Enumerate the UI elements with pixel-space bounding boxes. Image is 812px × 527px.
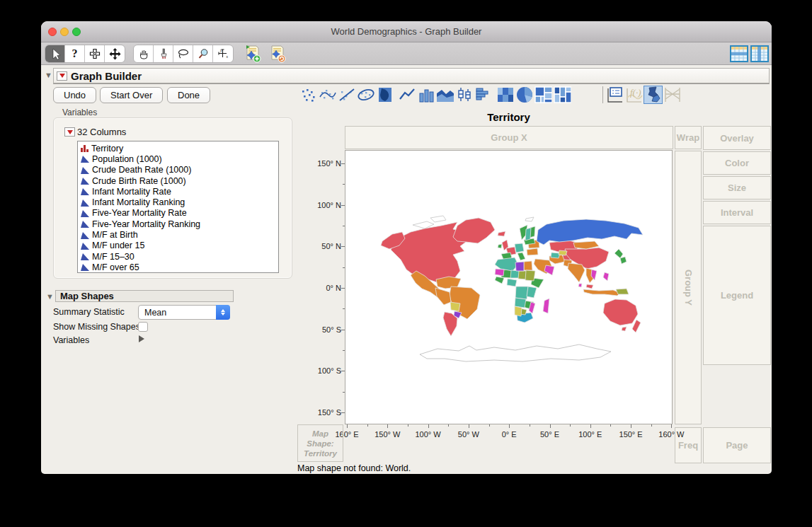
annotate-tool-group: xy: [133, 45, 234, 63]
table-rows-button[interactable]: [729, 45, 749, 63]
show-missing-shapes-label: Show Missing Shapes: [53, 322, 140, 332]
table-columns-button[interactable]: [750, 45, 770, 63]
drop-zone-interval[interactable]: Interval: [703, 201, 771, 224]
variable-item[interactable]: Population (1000): [81, 154, 278, 164]
help-tool-button[interactable]: ?: [65, 45, 85, 62]
continuous-variable-icon: [81, 177, 89, 185]
map-shapes-title: Map Shapes: [60, 291, 114, 301]
variables-disclosure-icon[interactable]: [139, 335, 144, 342]
arrow-tool-button[interactable]: [45, 45, 65, 62]
treemap-icon[interactable]: [534, 86, 553, 104]
points-icon[interactable]: [299, 86, 318, 104]
drop-zone-color[interactable]: Color: [703, 151, 771, 175]
mosaic-icon[interactable]: [553, 86, 572, 104]
variable-name: Five-Year Mortality Ranking: [92, 219, 200, 229]
variable-item[interactable]: Five-Year Mortality Rate: [81, 208, 278, 219]
done-button[interactable]: Done: [167, 87, 210, 103]
ellipse-icon[interactable]: [356, 86, 375, 104]
variable-item[interactable]: Infant Mortality Ranking: [81, 197, 278, 207]
graph-title: Territory: [345, 111, 673, 123]
scroller-tool-button[interactable]: [105, 45, 125, 62]
variable-item[interactable]: M/F at Birth: [81, 229, 278, 240]
variable-item[interactable]: Crude Birth Rate (1000): [81, 175, 278, 186]
x-axis-label: 0° E: [502, 430, 517, 439]
variable-item[interactable]: M/F 15–30: [81, 251, 278, 262]
map-shape-zone[interactable]: Map Shape: Territory: [297, 424, 343, 462]
question-icon: ?: [72, 47, 78, 60]
continuous-variable-icon: [81, 231, 89, 239]
columns-red-triangle-menu[interactable]: [64, 127, 75, 137]
box-plot-icon[interactable]: [454, 86, 474, 104]
crosshairs-tool-button[interactable]: xy: [213, 45, 233, 62]
line-icon[interactable]: [397, 86, 416, 104]
continuous-variable-icon: [81, 209, 89, 217]
brush-tool-button[interactable]: [154, 45, 173, 62]
dropdown-stepper-icon: [216, 305, 230, 320]
magnifier-icon: [198, 48, 209, 59]
x-axis-label: 100° E: [578, 430, 602, 439]
variables-panel-label: Variables: [62, 108, 97, 117]
pie-icon[interactable]: [515, 86, 534, 104]
caption-box-icon[interactable]: [605, 86, 624, 104]
heatmap-icon[interactable]: [496, 86, 515, 104]
map-shapes-disclosure-icon[interactable]: ▼: [46, 292, 54, 301]
formula-icon[interactable]: f(·): [624, 86, 644, 104]
magnifier-tool-button[interactable]: [193, 45, 213, 62]
undo-button[interactable]: Undo: [53, 87, 96, 103]
selection-tool-button[interactable]: [85, 45, 105, 62]
variable-item[interactable]: Five-Year Mortality Ranking: [81, 219, 278, 229]
variable-name: M/F 15–30: [92, 252, 135, 262]
parallel-icon[interactable]: [663, 86, 682, 104]
variable-name: Crude Birth Rate (1000): [92, 176, 186, 186]
map-plot-area[interactable]: [345, 150, 673, 424]
x-axis-label: 50° E: [540, 430, 559, 439]
variable-item[interactable]: M/F over 65: [81, 262, 278, 272]
world-map: [345, 151, 673, 425]
continuous-variable-icon: [81, 166, 89, 174]
element-type-palette: f(·): [299, 85, 682, 105]
smoother-icon[interactable]: [318, 86, 337, 104]
drop-zone-size[interactable]: Size: [703, 176, 771, 199]
map-shapes-icon[interactable]: [644, 86, 663, 104]
fat-cross-icon: [89, 48, 101, 59]
red-triangle-icon: [59, 74, 65, 78]
continuous-variable-icon: [81, 263, 89, 271]
variable-item[interactable]: Territory: [81, 143, 278, 154]
variable-name: Five-Year Mortality Rate: [92, 208, 187, 218]
show-missing-shapes-checkbox[interactable]: [138, 322, 148, 332]
x-axis-label: 100° W: [415, 430, 440, 439]
area-icon[interactable]: [435, 86, 454, 104]
variables-row-label: Variables: [53, 335, 89, 345]
app-window: World Demographics - Graph Builder ?: [41, 21, 772, 474]
svg-text:f(·): f(·): [630, 87, 641, 98]
variable-item[interactable]: Infant Mortality Rate: [81, 186, 278, 197]
line-of-fit-icon[interactable]: [337, 86, 356, 104]
report-disclosure-icon[interactable]: ▼: [45, 71, 52, 79]
variable-name: Population (1000): [92, 154, 162, 164]
contour-icon[interactable]: [375, 86, 394, 104]
variable-name: Territory: [91, 144, 123, 154]
drop-zone-wrap[interactable]: Wrap: [675, 126, 702, 149]
bar-icon[interactable]: [416, 86, 435, 104]
drop-zone-page[interactable]: Page: [703, 427, 771, 463]
variable-item[interactable]: Crude Death Rate (1000): [81, 165, 278, 175]
save-script-replay-button[interactable]: [268, 45, 287, 63]
variable-name: Crude Death Rate (1000): [92, 165, 191, 175]
lasso-tool-button[interactable]: [173, 45, 193, 62]
variables-list[interactable]: TerritoryPopulation (1000)Crude Death Ra…: [77, 141, 279, 273]
drop-zone-group-x[interactable]: Group X: [345, 126, 673, 149]
drop-zone-legend[interactable]: Legend: [703, 226, 771, 365]
grabber-tool-button[interactable]: [134, 45, 154, 62]
start-over-button[interactable]: Start Over: [100, 87, 163, 103]
variable-name: Infant Mortality Ranking: [92, 197, 185, 207]
continuous-variable-icon: [81, 253, 89, 260]
y-axis-label: 50° S: [322, 325, 341, 334]
drop-zone-group-y[interactable]: Group Y: [675, 151, 702, 424]
save-script-add-button[interactable]: [243, 45, 263, 63]
variable-name: M/F at Birth: [92, 230, 138, 240]
drop-zone-overlay[interactable]: Overlay: [703, 126, 771, 150]
histogram-icon[interactable]: [474, 86, 493, 104]
variable-item[interactable]: M/F under 15: [81, 241, 278, 251]
red-triangle-menu[interactable]: [57, 71, 67, 81]
summary-statistic-dropdown[interactable]: Mean: [138, 305, 230, 320]
